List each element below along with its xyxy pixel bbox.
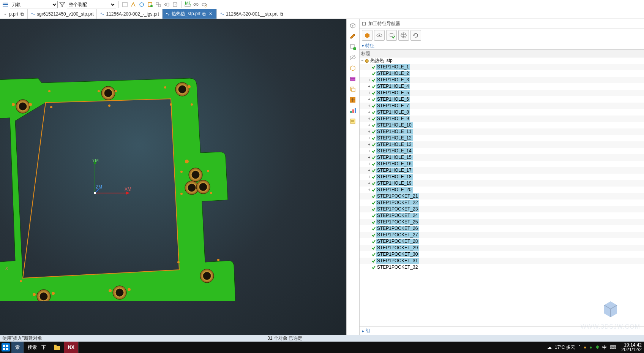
tree-item[interactable]: STEP1POCKET_23 [360,206,644,212]
ptool-refresh-icon[interactable] [410,30,421,41]
tree-item[interactable]: STEP1POCKET_25 [360,219,644,225]
vtool-edit-icon[interactable] [349,32,357,40]
tool-btn-7[interactable] [171,1,179,8]
tree-item[interactable]: +STEP1HOLE_11 [360,128,644,135]
tree-item[interactable]: +STEP1HOLE_10 [360,122,644,128]
tab-2[interactable]: 11256A-200-002_-_igs.prt [97,9,162,19]
tree-item[interactable]: STEP1POCKET_30 [360,251,644,258]
expand-icon[interactable]: + [367,104,371,108]
tree-item[interactable]: STEP1POCKET_32 [360,264,644,271]
task-nx[interactable]: NX [64,342,79,353]
ptool-solid-icon[interactable] [362,30,373,41]
vtool-cube-icon[interactable] [349,21,357,30]
tree-item[interactable]: +STEP1HOLE_18 [360,174,644,180]
tree-item[interactable]: +STEP1HOLE_9 [360,116,644,122]
tray-chevron-icon[interactable]: ˄ [578,345,581,350]
tree-item[interactable]: +STEP1HOLE_4 [360,83,644,90]
tab-3[interactable]: 热热热_stp.prt ⧉ ✕ [163,9,217,19]
expand-icon[interactable]: + [367,136,371,140]
tree-item[interactable]: STEP1POCKET_27 [360,232,644,238]
expand-icon[interactable]: + [367,188,371,192]
vtool-add-icon[interactable]: + [349,43,357,51]
expand-icon[interactable]: + [367,168,371,173]
expand-icon[interactable]: + [367,181,371,185]
mcs-icon[interactable]: MCS [184,1,191,8]
tool-btn-5[interactable] [155,1,162,8]
tab-1[interactable]: sgr615212450_v100_stp.prt [28,9,97,19]
group-section-header[interactable]: ▸ 组 [360,326,644,335]
ime-indicator[interactable]: 中 [602,344,607,351]
tree-item[interactable]: STEP1HOLE_1 [360,64,644,70]
menu-icon[interactable] [2,1,9,8]
tree-item[interactable]: +STEP1HOLE_17 [360,167,644,174]
tree-item[interactable]: STEP1POCKET_29 [360,245,644,251]
tree-item[interactable]: +STEP1HOLE_3 [360,77,644,83]
tool-btn-3[interactable] [138,1,145,8]
tree-item[interactable]: +STEP1HOLE_16 [360,161,644,167]
task-search-full[interactable]: 搜索一下 [24,342,50,353]
toolpath-select[interactable]: 刀轨 [10,1,58,8]
tree-item[interactable]: +STEP1HOLE_6 [360,96,644,103]
expand-icon[interactable]: + [367,142,371,147]
vtool-note-icon[interactable] [349,117,357,125]
ptool-view-ok-icon[interactable] [386,30,397,41]
collapse-icon[interactable]: − [360,59,365,63]
expand-icon[interactable]: + [367,84,371,89]
tray-icon-1[interactable]: ● [584,345,586,350]
tree-item[interactable]: +STEP1HOLE_19 [360,180,644,187]
weather-icon[interactable]: ☁ [547,345,552,350]
tree-item[interactable]: STEP1POCKET_22 [360,199,644,206]
vtool-measure-icon[interactable] [349,106,357,115]
tab-4[interactable]: 11256A-320-001__stp.prt ⧉ [217,9,287,19]
tree-item[interactable]: STEP1POCKET_31 [360,258,644,264]
tool-btn-4[interactable] [146,1,154,8]
column-header-title[interactable]: 标题 [360,50,430,57]
expand-icon[interactable]: + [367,130,371,134]
tray-icon-2[interactable]: ● [589,345,592,350]
3d-viewport[interactable]: YM XM ZM X [0,19,346,335]
tree-item[interactable]: STEP1POCKET_28 [360,238,644,245]
tree-root[interactable]: − 热热热_stp [360,57,644,64]
keyboard-icon[interactable]: ⌨ [610,345,616,350]
tool-btn-6[interactable] [163,1,170,8]
task-explorer[interactable] [50,342,64,353]
tree-item[interactable]: +STEP1HOLE_5 [360,90,644,96]
system-tray[interactable]: ☁ 17°C 多云 ˄ ● ● ✱ 中 ⌨ [544,344,619,351]
tree-item[interactable]: STEP1POCKET_21 [360,193,644,199]
tree-item[interactable]: +STEP1HOLE_8 [360,109,644,116]
features-section-header[interactable]: ▾ 特征 [360,42,644,49]
tree-item[interactable]: STEP1POCKET_26 [360,225,644,232]
assembly-select[interactable]: 整个装配 [67,1,116,8]
eye-icon[interactable] [192,1,200,8]
tree-item[interactable]: +STEP1HOLE_20 [360,187,644,193]
expand-icon[interactable]: + [367,149,371,153]
tab-0[interactable]: ▫ p.prt ⧉ [0,9,28,19]
tray-wechat-icon[interactable]: ✱ [595,345,599,350]
expand-icon[interactable]: + [367,175,371,179]
tree-item[interactable]: +STEP1HOLE_12 [360,135,644,141]
start-button[interactable] [2,343,10,351]
vtool-copy-icon[interactable] [349,85,357,93]
filter-icon[interactable] [58,1,66,8]
ptool-view-icon[interactable] [374,30,385,41]
tree-item[interactable]: STEP1HOLE_2 [360,70,644,77]
vtool-hide-icon[interactable] [349,53,357,62]
tree-item[interactable]: +STEP1HOLE_7 [360,103,644,109]
tool-btn-1[interactable] [121,1,129,8]
tree-item[interactable]: +STEP1HOLE_15 [360,154,644,161]
ptool-globe-icon[interactable] [398,30,409,41]
expand-icon[interactable]: + [367,123,371,127]
feature-tree[interactable]: 标题 − 热热热_stp STEP1HOLE_1STEP1HOLE_2+STEP… [360,49,644,326]
expand-icon[interactable]: + [367,110,371,114]
tree-item[interactable]: STEP1POCKET_24 [360,212,644,219]
close-tab-icon[interactable]: ✕ [208,11,213,17]
vtool-gift-icon[interactable] [349,74,357,83]
tree-item[interactable]: +STEP1HOLE_14 [360,148,644,154]
tree-item[interactable]: +STEP1HOLE_13 [360,141,644,148]
panel-checkbox-icon[interactable]: ☐ [362,21,366,27]
expand-icon[interactable]: + [367,91,371,95]
eye-config-icon[interactable] [200,1,208,8]
expand-icon[interactable]: + [367,162,371,166]
vtool-move-icon[interactable] [349,96,357,104]
expand-icon[interactable]: + [367,155,371,160]
